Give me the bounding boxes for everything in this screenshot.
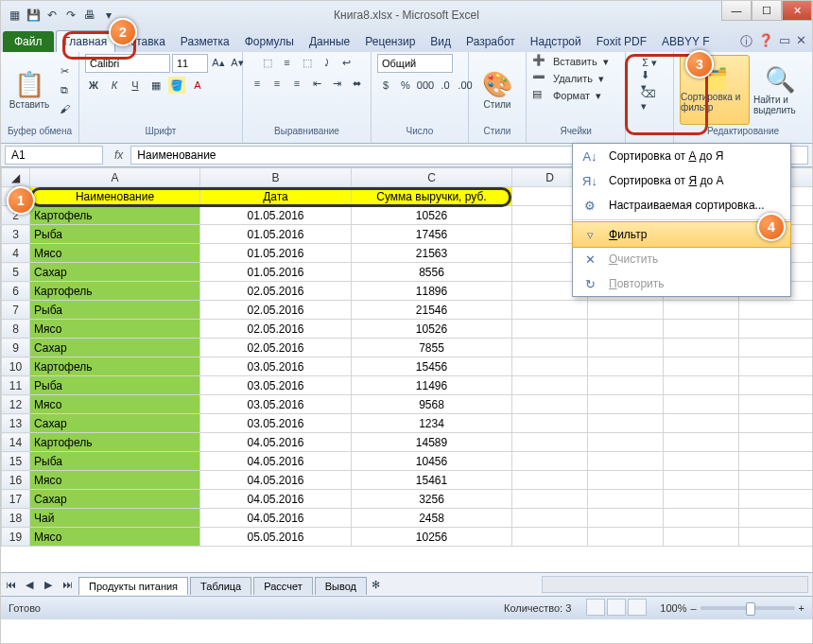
horizontal-scrollbar[interactable]: [542, 576, 808, 593]
cell[interactable]: [512, 471, 588, 490]
row-header[interactable]: 5: [2, 263, 30, 282]
cell[interactable]: [512, 433, 588, 452]
minimize-button[interactable]: —: [721, 1, 752, 21]
cell[interactable]: 01.05.2016: [200, 244, 352, 263]
italic-button[interactable]: К: [106, 77, 123, 94]
cell[interactable]: [664, 357, 739, 376]
align-left-icon[interactable]: ≡: [249, 75, 266, 92]
clear-icon[interactable]: ⌫ ▾: [641, 92, 658, 109]
cell[interactable]: [588, 490, 664, 509]
cell[interactable]: [664, 376, 739, 395]
cell[interactable]: [664, 339, 739, 357]
cell[interactable]: 04.05.2016: [200, 452, 352, 471]
cell[interactable]: 10456: [352, 452, 512, 471]
cell[interactable]: 17456: [352, 225, 512, 244]
tab-home[interactable]: Главная: [56, 30, 116, 52]
row-header[interactable]: 8: [2, 320, 30, 339]
cell[interactable]: [512, 414, 588, 433]
cell[interactable]: Сахар: [30, 263, 200, 282]
help-icon[interactable]: ❓: [758, 33, 773, 50]
cell[interactable]: [739, 471, 813, 490]
cell[interactable]: [512, 320, 588, 339]
currency-icon[interactable]: $: [377, 77, 394, 94]
cell[interactable]: 11496: [352, 376, 512, 395]
cell[interactable]: 10256: [352, 528, 512, 547]
borders-icon[interactable]: ▦: [147, 77, 164, 94]
ribbon-minimize-icon[interactable]: ⓘ: [740, 33, 752, 50]
cell[interactable]: Картофель: [30, 433, 200, 452]
sheet-nav-next-icon[interactable]: ▶: [40, 576, 57, 593]
redo-icon[interactable]: ↷: [63, 8, 78, 23]
row-header[interactable]: 13: [2, 414, 30, 433]
sheet-tab[interactable]: Вывод: [315, 577, 367, 595]
cell[interactable]: [588, 339, 664, 357]
row-header[interactable]: 12: [2, 395, 30, 414]
font-size-select[interactable]: 11: [172, 54, 208, 73]
cell[interactable]: 1234: [352, 414, 512, 433]
cell[interactable]: Мясо: [30, 244, 200, 263]
col-header-C[interactable]: C: [352, 168, 512, 187]
cell[interactable]: [664, 471, 739, 490]
cell[interactable]: Мясо: [30, 471, 200, 490]
cell[interactable]: 01.05.2016: [200, 225, 352, 244]
cell[interactable]: Наименование: [30, 187, 200, 206]
cell[interactable]: [588, 528, 664, 547]
row-header[interactable]: 15: [2, 452, 30, 471]
cell[interactable]: 04.05.2016: [200, 490, 352, 509]
copy-icon[interactable]: ⧉: [56, 81, 73, 98]
sheet-nav-first-icon[interactable]: ⏮: [2, 576, 19, 593]
cell[interactable]: [512, 301, 588, 320]
tab-foxit[interactable]: Foxit PDF: [589, 31, 654, 52]
tab-formulas[interactable]: Формулы: [237, 31, 302, 52]
cell[interactable]: [739, 433, 813, 452]
cell[interactable]: [739, 320, 813, 339]
font-name-select[interactable]: Calibri: [85, 54, 170, 73]
align-top-icon[interactable]: ⬚: [259, 54, 276, 71]
cell[interactable]: [512, 376, 588, 395]
delete-cells-button[interactable]: ➖Удалить ▾: [532, 71, 604, 86]
orientation-icon[interactable]: ⤸: [319, 54, 336, 71]
cell[interactable]: 01.05.2016: [200, 206, 352, 225]
cell[interactable]: [739, 509, 813, 528]
cell[interactable]: 02.05.2016: [200, 320, 352, 339]
comma-icon[interactable]: 000: [417, 77, 434, 94]
row-header[interactable]: 6: [2, 282, 30, 301]
tab-developer[interactable]: Разработ: [458, 31, 523, 52]
cell[interactable]: Чай: [30, 509, 200, 528]
align-middle-icon[interactable]: ≡: [279, 54, 296, 71]
sheet-nav-prev-icon[interactable]: ◀: [21, 576, 38, 593]
zoom-slider[interactable]: [701, 606, 795, 610]
cell[interactable]: 03.05.2016: [200, 357, 352, 376]
row-header[interactable]: 18: [2, 509, 30, 528]
underline-button[interactable]: Ч: [127, 77, 144, 94]
cell[interactable]: [588, 433, 664, 452]
row-header[interactable]: 17: [2, 490, 30, 509]
cell[interactable]: [512, 357, 588, 376]
cell[interactable]: [588, 471, 664, 490]
cell[interactable]: [664, 320, 739, 339]
align-bottom-icon[interactable]: ⬚: [299, 54, 316, 71]
cell[interactable]: Мясо: [30, 395, 200, 414]
cell[interactable]: 03.05.2016: [200, 414, 352, 433]
cell[interactable]: 03.05.2016: [200, 376, 352, 395]
tab-data[interactable]: Данные: [302, 31, 357, 52]
cell[interactable]: [588, 395, 664, 414]
cell[interactable]: Картофель: [30, 357, 200, 376]
cell[interactable]: 14589: [352, 433, 512, 452]
cell[interactable]: 01.05.2016: [200, 263, 352, 282]
format-cells-button[interactable]: ▤Формат ▾: [532, 88, 601, 103]
cell[interactable]: [739, 339, 813, 357]
zoom-out-icon[interactable]: –: [690, 602, 696, 614]
wrap-text-icon[interactable]: ↩: [338, 54, 355, 71]
cell[interactable]: 02.05.2016: [200, 301, 352, 320]
cell[interactable]: [588, 509, 664, 528]
number-format-select[interactable]: Общий: [377, 54, 453, 73]
row-header[interactable]: 10: [2, 357, 30, 376]
insert-cells-button[interactable]: ➕Вставить ▾: [532, 54, 609, 69]
cell[interactable]: [588, 414, 664, 433]
cell[interactable]: 10526: [352, 320, 512, 339]
paste-button[interactable]: 📋 Вставить: [7, 56, 52, 124]
cell[interactable]: [664, 452, 739, 471]
close-button[interactable]: ✕: [782, 1, 812, 21]
name-box[interactable]: A1: [5, 146, 103, 165]
